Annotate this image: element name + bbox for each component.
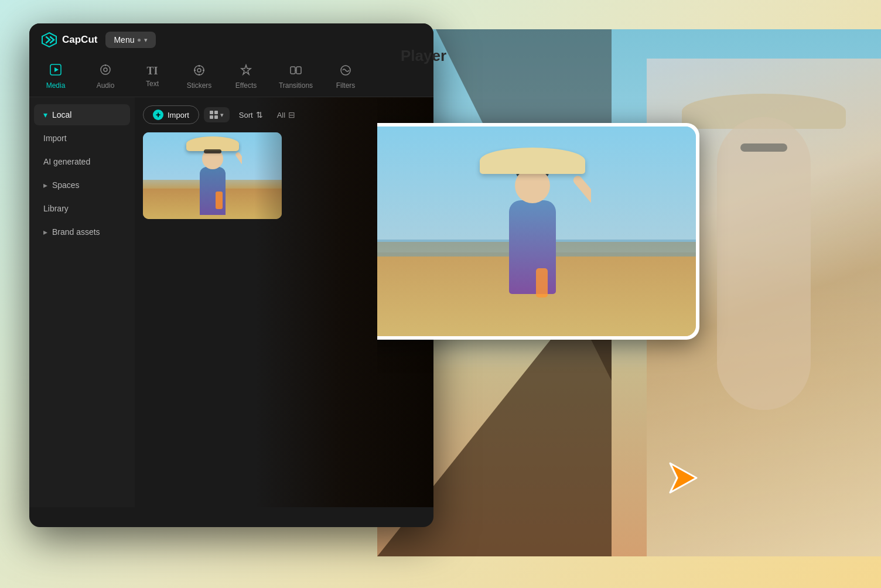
menu-dot	[138, 39, 141, 42]
tab-filters[interactable]: Filters	[322, 59, 369, 94]
filter-all-button[interactable]: All ⊟	[272, 108, 300, 122]
sort-button[interactable]: Sort ⇅	[234, 108, 268, 122]
spaces-arrow: ▸	[43, 180, 47, 190]
text-icon: TI	[146, 65, 158, 77]
sidebar-item-brand-assets[interactable]: ▸ Brand assets	[34, 221, 130, 242]
sidebar-item-spaces[interactable]: ▸ Spaces	[34, 175, 130, 196]
sort-label: Sort	[239, 111, 253, 119]
player-title: Player	[401, 47, 446, 65]
svg-point-4	[104, 68, 107, 71]
tab-audio[interactable]: Audio	[82, 59, 129, 94]
stickers-label: Stickers	[187, 81, 212, 90]
app-header: CapCut Menu ▾	[29, 23, 433, 56]
import-label: Import	[43, 134, 67, 143]
text-label: Text	[146, 80, 159, 88]
transitions-label: Transitions	[279, 81, 313, 90]
import-label-btn: Import	[168, 111, 189, 119]
logo: CapCut	[41, 32, 97, 48]
view-toggle-button[interactable]: ▾	[204, 107, 230, 122]
tab-transitions[interactable]: Transitions	[269, 59, 322, 94]
effects-icon	[240, 64, 252, 79]
logo-text: CapCut	[62, 34, 97, 46]
svg-point-6	[194, 66, 204, 75]
import-button[interactable]: + Import	[143, 105, 199, 124]
filters-label: Filters	[336, 81, 356, 90]
filter-icon: ⊟	[288, 110, 295, 119]
media-icon	[49, 63, 62, 79]
menu-label: Menu	[114, 35, 134, 45]
library-label: Library	[43, 204, 69, 213]
svg-marker-0	[670, 463, 696, 493]
svg-rect-13	[296, 67, 301, 74]
main-panel: CapCut Menu ▾ Media	[29, 23, 433, 527]
stickers-icon	[193, 64, 206, 79]
ai-generated-label: AI generated	[43, 157, 90, 166]
transitions-icon	[289, 64, 302, 79]
local-arrow: ▾	[43, 110, 47, 119]
filters-icon	[339, 64, 352, 79]
svg-rect-12	[291, 67, 295, 74]
local-label: Local	[52, 110, 71, 119]
effects-label: Effects	[235, 81, 257, 90]
import-plus-icon: +	[153, 110, 163, 120]
brand-assets-label: Brand assets	[52, 227, 100, 237]
sidebar-item-ai-generated[interactable]: AI generated	[34, 151, 130, 172]
menu-chevron: ▾	[144, 36, 148, 44]
media-toolbar: + Import ▾ Sort ⇅	[143, 105, 425, 124]
audio-label: Audio	[97, 81, 115, 90]
all-label: All	[277, 111, 285, 119]
sidebar-item-library[interactable]: Library	[34, 198, 130, 219]
chevron-down-icon: ▾	[220, 111, 224, 119]
tab-stickers[interactable]: Stickers	[176, 59, 223, 94]
svg-marker-2	[54, 67, 59, 72]
svg-point-3	[101, 65, 110, 74]
menu-button[interactable]: Menu ▾	[105, 32, 156, 48]
cursor-arrow	[664, 460, 699, 498]
grid-view-icon	[210, 111, 218, 119]
svg-point-7	[197, 69, 201, 72]
sidebar-item-local[interactable]: ▾ Local	[34, 104, 130, 125]
tab-text[interactable]: TI Text	[129, 60, 176, 93]
sidebar-item-import[interactable]: Import	[34, 128, 130, 149]
sort-icon: ⇅	[256, 110, 263, 119]
toolbar: Media Audio TI Text	[29, 56, 433, 97]
sidebar: ▾ Local Import AI generated ▸ Spaces Lib…	[29, 97, 135, 507]
media-thumbnail-1[interactable]	[143, 132, 282, 219]
brand-assets-arrow: ▸	[43, 227, 47, 237]
tab-effects[interactable]: Effects	[223, 59, 269, 94]
capcut-logo-icon	[41, 32, 57, 48]
preview-frame	[377, 123, 699, 340]
tab-media[interactable]: Media	[29, 59, 82, 94]
audio-icon	[99, 63, 112, 79]
media-label: Media	[46, 81, 66, 90]
spaces-label: Spaces	[52, 180, 80, 190]
